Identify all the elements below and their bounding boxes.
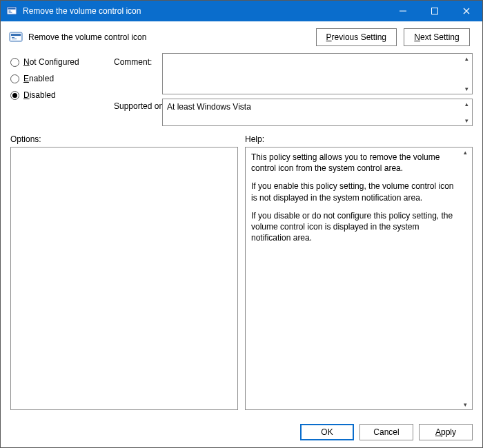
comment-scroll-down-icon[interactable]: ▾ [462,85,471,93]
svg-rect-9 [11,37,21,40]
minimize-button[interactable] [387,1,419,21]
help-scrollbar[interactable]: ▴ ▾ [460,148,471,409]
policy-icon [9,30,23,44]
supported-scroll-up-icon[interactable]: ▴ [462,100,471,108]
svg-rect-4 [9,12,12,13]
close-button[interactable] [451,1,482,21]
svg-rect-6 [432,8,438,14]
window-title: Remove the volume control icon [23,6,387,16]
policy-title: Remove the volume control icon [28,32,316,42]
state-radio-group: Not Configured Enabled Disabled [10,53,114,100]
previous-setting-button[interactable]: Previous Setting [316,28,397,46]
comment-scroll-up-icon[interactable]: ▴ [462,54,471,63]
help-paragraph: If you enable this policy setting, the v… [251,181,460,203]
pane-labels: Options: Help: [1,126,482,147]
options-pane [10,147,238,410]
next-setting-button[interactable]: Next Setting [404,28,470,46]
help-paragraph: This policy setting allows you to remove… [251,152,460,174]
policy-editor-window: Remove the volume control icon Remove th… [0,0,483,448]
maximize-button[interactable] [419,1,451,21]
config-grid: Not Configured Enabled Disabled Comment:… [1,49,482,126]
supported-on-box: At least Windows Vista ▴ ▾ [162,99,473,126]
comment-label: Comment: [114,53,162,67]
policy-app-icon [6,6,17,17]
help-label: Help: [245,134,473,144]
help-scroll-down-icon[interactable]: ▾ [460,400,470,409]
supported-on-text: At least Windows Vista [167,102,251,112]
dialog-body: Remove the volume control icon Previous … [1,21,482,447]
apply-button[interactable]: Apply [419,424,473,440]
supported-scroll-down-icon[interactable]: ▾ [462,116,471,125]
svg-rect-1 [8,8,16,10]
help-pane: This policy setting allows you to remove… [245,147,473,410]
radio-not-configured[interactable]: Not Configured [10,57,114,67]
panes: This policy setting allows you to remove… [1,147,482,417]
radio-dot-icon [10,58,19,67]
comment-textarea[interactable]: ▴ ▾ [162,53,473,94]
help-paragraph: If you disable or do not configure this … [251,210,460,244]
svg-rect-11 [12,39,17,39]
svg-rect-10 [12,37,14,38]
ok-button[interactable]: OK [300,424,354,440]
radio-disabled[interactable]: Disabled [10,90,114,100]
svg-rect-8 [11,34,21,36]
radio-enabled[interactable]: Enabled [10,74,114,83]
radio-dot-selected-icon [10,91,19,100]
dialog-footer: OK Cancel Apply [1,417,482,447]
titlebar[interactable]: Remove the volume control icon [1,1,482,21]
svg-rect-5 [400,11,406,12]
options-label: Options: [10,134,237,144]
cancel-button[interactable]: Cancel [359,424,413,440]
supported-on-label: Supported on: [114,99,162,111]
header-row: Remove the volume control icon Previous … [1,21,482,49]
help-scroll-up-icon[interactable]: ▴ [460,148,470,156]
svg-rect-2 [8,10,16,14]
svg-rect-3 [9,11,11,12]
radio-dot-icon [10,74,19,83]
